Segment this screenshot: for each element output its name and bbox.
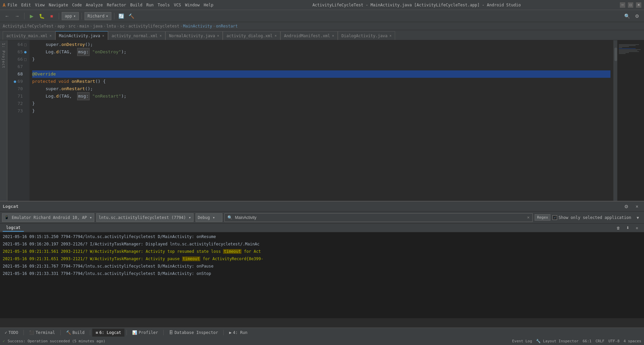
close-icon[interactable]: ×	[389, 34, 391, 38]
separator	[60, 330, 61, 335]
logcat-dropdown-arrow-button[interactable]: ▾	[633, 213, 642, 222]
maximize-button[interactable]: □	[628, 2, 633, 8]
menu-build[interactable]: Build	[130, 3, 142, 7]
gutter-breakpoint[interactable]: ●	[24, 48, 30, 56]
run-label: 4: Run	[233, 330, 247, 335]
toolbar-debug-button[interactable]: 🐛	[37, 12, 46, 20]
app-selector-dropdown[interactable]: app ▾	[62, 12, 79, 20]
tab-normalactivity-java[interactable]: NormalActivity.java ×	[165, 31, 223, 40]
menu-refactor[interactable]: Refactor	[107, 3, 126, 7]
tab-dialogactivity-java[interactable]: DialogActivity.java ×	[338, 31, 395, 40]
code-content[interactable]: super.onDestroy(); Log.d(TAG, msg: "onDe…	[30, 40, 613, 201]
tab-run[interactable]: ▶ 4: Run	[226, 329, 251, 337]
menu-file[interactable]: File	[7, 3, 17, 7]
menu-view[interactable]: View	[35, 3, 45, 7]
show-only-selected-container[interactable]: ✓ Show only selected application	[552, 215, 631, 220]
project-sidebar[interactable]: 1: Project	[0, 40, 7, 201]
breadcrumb: ActivityLifeCycleTest › app › src › main…	[0, 22, 644, 30]
breadcrumb-project[interactable]: ActivityLifeCycleTest	[3, 24, 54, 28]
logcat-close-button[interactable]: ×	[633, 202, 641, 211]
indent-setting[interactable]: 4 spaces	[624, 339, 641, 343]
scroll-to-end-button[interactable]: ⬇	[623, 224, 632, 232]
device-dropdown[interactable]: 📱 Emulator Richard Android 10, AP ▾	[2, 213, 94, 222]
toolbar-stop-button[interactable]: ■	[47, 12, 56, 20]
tab-database-inspector[interactable]: 🗄 Database Inspector	[166, 329, 221, 337]
close-icon[interactable]: ×	[50, 34, 52, 38]
menu-help[interactable]: Help	[204, 3, 213, 7]
clear-search-button[interactable]: ×	[527, 215, 530, 220]
title-bar-title: ActivityLifeCycleTest - MainActivity.jav…	[213, 3, 620, 7]
level-dropdown[interactable]: Debug ▾	[196, 213, 222, 222]
breadcrumb-main[interactable]: main	[79, 24, 89, 28]
breadcrumb-package[interactable]: activitylifecycletest	[128, 24, 179, 28]
log-line: 2021-05-16 09:21:31.561 2093-2121/? W/Ac…	[0, 248, 644, 255]
terminal-label: Terminal	[36, 330, 55, 335]
event-log-button[interactable]: Event Log	[512, 339, 532, 343]
charset[interactable]: UTF-8	[608, 339, 620, 343]
breadcrumb-lntu[interactable]: lntu	[106, 24, 116, 28]
tab-logcat[interactable]: ≡ 6: Logcat	[92, 329, 124, 337]
close-icon[interactable]: ×	[102, 34, 104, 38]
menu-navigate[interactable]: Navigate	[49, 3, 68, 7]
package-dropdown-label: lntu.sc.activitylifecycletest (7794)	[99, 215, 186, 220]
toolbar-build-button[interactable]: 🔨	[127, 12, 136, 20]
close-icon[interactable]: ×	[275, 34, 277, 38]
tab-terminal[interactable]: ⬛ Terminal	[26, 329, 58, 337]
line-ending[interactable]: CRLF	[595, 339, 604, 343]
logcat-tab-logcat[interactable]: logcat	[3, 224, 24, 232]
close-button[interactable]: ✕	[636, 2, 641, 8]
menu-run[interactable]: Run	[146, 3, 154, 7]
tab-mainactivity-java[interactable]: MainActivity.java ×	[55, 31, 108, 40]
menu-analyze[interactable]: Analyze	[86, 3, 103, 7]
tab-activity-normal-xml[interactable]: activity_normal.xml ×	[108, 31, 165, 40]
log-line: 2021-05-16 09:21:31.651 2093-2121/? W/Ac…	[0, 255, 644, 263]
tab-build[interactable]: 🔨 Build	[63, 329, 88, 337]
code-line-68: @Override	[32, 70, 610, 78]
toolbar-run-button[interactable]: ▶	[27, 12, 36, 20]
logcat-output[interactable]: 2021-05-16 09:15:15.250 7794-7794/lntu.s…	[0, 232, 644, 318]
menu-edit[interactable]: Edit	[21, 3, 31, 7]
scrollbar-thumb[interactable]	[614, 48, 617, 61]
close-icon[interactable]: ×	[160, 34, 162, 38]
editor-scrollbar[interactable]	[613, 40, 617, 201]
tab-profiler[interactable]: 📊 Profiler	[129, 329, 161, 337]
todo-icon: ✓	[5, 330, 7, 335]
wrap-text-button[interactable]: ≡	[633, 224, 641, 232]
title-bar-controls: ─ □ ✕	[620, 2, 641, 8]
menu-code[interactable]: Code	[72, 3, 82, 7]
bottom-toolbar: ✓ TODO ⬛ Terminal 🔨 Build ≡ 6: Logcat 📊 …	[0, 328, 644, 337]
toolbar-back-button[interactable]: ←	[3, 12, 11, 20]
tab-androidmanifest-xml[interactable]: AndroidManifest.xml ×	[280, 31, 338, 40]
breadcrumb-app[interactable]: app	[57, 24, 65, 28]
toolbar-forward-button[interactable]: →	[13, 12, 21, 20]
menu-window[interactable]: Window	[185, 3, 200, 7]
logcat-search-input[interactable]	[235, 215, 526, 220]
toolbar-settings-button[interactable]: ⚙	[633, 12, 641, 20]
minimize-button[interactable]: ─	[620, 2, 625, 8]
toolbar-search-button[interactable]: 🔍	[623, 12, 631, 20]
user-selector-dropdown[interactable]: Richard ▾	[85, 12, 111, 20]
tab-activity-dialog-xml[interactable]: activity_dialog.xml ×	[223, 31, 280, 40]
gutter-fold[interactable]: □	[24, 56, 30, 63]
breadcrumb-method[interactable]: onRestart	[216, 24, 238, 28]
tab-label: MainActivity.java	[59, 34, 100, 38]
breadcrumb-sc[interactable]: sc	[120, 24, 124, 28]
build-icon: 🔨	[66, 330, 71, 335]
regex-button[interactable]: Regex	[535, 214, 550, 221]
package-dropdown[interactable]: lntu.sc.activitylifecycletest (7794) ▾	[96, 213, 193, 222]
clear-logcat-button[interactable]: 🗑	[614, 224, 623, 232]
close-icon[interactable]: ×	[332, 34, 334, 38]
layout-inspector-button[interactable]: 🔧 Layout Inspector	[536, 339, 579, 343]
gutter-fold[interactable]: □	[24, 41, 30, 48]
toolbar-sync-button[interactable]: 🔄	[117, 12, 126, 20]
breadcrumb-class[interactable]: MainActivity	[183, 24, 212, 28]
logcat-settings-button[interactable]: ⚙	[622, 202, 631, 211]
tab-todo[interactable]: ✓ TODO	[1, 329, 21, 337]
breadcrumb-java[interactable]: java	[93, 24, 103, 28]
show-only-checkbox[interactable]: ✓	[552, 215, 557, 220]
tab-activity-main-xml[interactable]: activity_main.xml ×	[3, 31, 55, 40]
close-icon[interactable]: ×	[217, 34, 219, 38]
menu-tools[interactable]: Tools	[158, 3, 170, 7]
breadcrumb-src[interactable]: src	[68, 24, 76, 28]
menu-vcs[interactable]: VCS	[174, 3, 181, 7]
